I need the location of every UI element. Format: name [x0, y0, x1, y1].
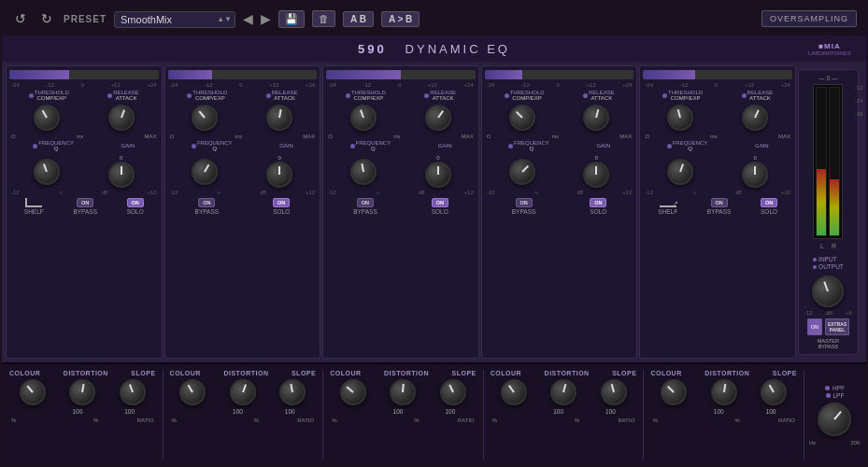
bc2-colour-knob[interactable]	[179, 379, 206, 405]
bottom-channel-3: COLOUR DISTORTION SLOPE 100 100 % % RATI…	[328, 370, 478, 460]
redo-button[interactable]: ↻	[37, 9, 56, 28]
ch4-freq-labels: FREQUENCYQ GAIN	[485, 140, 634, 151]
ch4-bypass-btn[interactable]: ON	[516, 198, 533, 207]
ch1-threshold-knob[interactable]	[34, 105, 60, 131]
ch2-gain-knob[interactable]	[266, 162, 292, 188]
ch5-release-knob[interactable]	[742, 105, 768, 131]
ch1-freq-knob[interactable]	[34, 159, 60, 185]
bc3-labels: COLOUR DISTORTION SLOPE	[328, 370, 478, 376]
ch3-knob-labels: OmsMAX	[326, 134, 476, 139]
bc1-colour-knob[interactable]	[20, 379, 46, 405]
hpf-lpf-knob[interactable]	[818, 403, 851, 436]
ch3-bypass-btn[interactable]: ON	[357, 198, 374, 207]
ch1-solo-btn[interactable]: ON	[127, 198, 144, 207]
bc4-slope-knob[interactable]	[601, 379, 627, 405]
bc2-slope-knob[interactable]	[279, 379, 306, 405]
bc2-distortion-knob[interactable]	[230, 379, 256, 405]
ch2-knobs-top	[168, 105, 318, 131]
ch5-gain-knob[interactable]	[742, 162, 768, 188]
bc3-distortion-knob[interactable]	[390, 379, 416, 405]
delete-button[interactable]: 🗑	[312, 10, 335, 27]
ch1-knobs-bottom: 0	[9, 155, 159, 188]
nav-back-button[interactable]: ◀	[243, 11, 253, 26]
bc3-colour-knob[interactable]	[340, 379, 366, 405]
ch5-bypass-btn[interactable]: ON	[711, 198, 728, 207]
meter-r-label: R	[832, 243, 836, 249]
ch2-solo-btn[interactable]: ON	[273, 198, 290, 207]
ch1-gain-knob[interactable]	[108, 162, 135, 188]
bc4-distortion-knob[interactable]	[550, 379, 576, 405]
mia-logo: ■MIA LABORATORIES	[808, 42, 851, 56]
bc5-distortion-knob[interactable]	[711, 379, 737, 405]
ch5-freq-labels: FREQUENCYQ GAIN	[643, 140, 792, 151]
bc1-slope-knob[interactable]	[120, 379, 146, 405]
bottom-panel: COLOUR DISTORTION SLOPE 100 100 % % RATI…	[2, 362, 866, 465]
ch2-labels: THRESHOLDCOMP/EXP RELEASEATTACK	[168, 90, 318, 101]
ch3-freq-knob[interactable]	[350, 159, 377, 185]
bc1-vals: 100 100	[7, 408, 158, 415]
ch4-freq-knob[interactable]	[509, 159, 535, 185]
bc5-slope-knob[interactable]	[761, 379, 787, 405]
ch1-scale: -24-120+12+24	[9, 82, 159, 88]
bc5-colour-knob[interactable]	[661, 379, 687, 405]
ch2-scale: -24-120+12+24	[168, 82, 318, 88]
main-panel: -24-120+12+24 THRESHOLDCOMP/EXP RELEASEA…	[2, 62, 866, 362]
bc5-knobs	[648, 379, 799, 405]
save-button[interactable]: 💾	[278, 10, 305, 28]
ch5-freq-knob[interactable]	[667, 159, 693, 185]
ch3-gain-knob[interactable]	[425, 162, 451, 188]
ch1-freq-labels: FREQUENCYQ GAIN	[9, 140, 159, 151]
ch2-release-knob[interactable]	[266, 105, 292, 131]
lpf-label: LPF	[833, 392, 845, 399]
ch4-release-knob[interactable]	[583, 105, 609, 131]
ch5-buttons: ↗ SHELF ON BYPASS ON SOLO	[643, 198, 792, 215]
bc4-colour-knob[interactable]	[501, 379, 527, 405]
ch3-threshold-knob[interactable]	[350, 105, 377, 131]
ch1-meter	[9, 70, 159, 79]
channel-1: -24-120+12+24 THRESHOLDCOMP/EXP RELEASEA…	[6, 65, 163, 359]
meter-panel: — 0 — -12 -24 -36 L R	[798, 69, 859, 355]
ab-button[interactable]: A B	[343, 11, 374, 27]
master-output-knob[interactable]	[812, 276, 844, 307]
undo-button[interactable]: ↺	[11, 9, 30, 28]
bottom-channel-5: COLOUR DISTORTION SLOPE 100 100 % % RATI…	[648, 370, 799, 460]
ch2-knob-labels: OmsMAX	[168, 134, 318, 139]
extras-btn[interactable]: EXTRASPANEL	[825, 318, 849, 335]
filter-labels: HPF LPF	[825, 385, 845, 399]
bottom-channel-4: COLOUR DISTORTION SLOPE 100 100 % % RATI…	[489, 370, 639, 460]
ch2-bypass-btn[interactable]: ON	[198, 198, 215, 207]
ch2-threshold-knob[interactable]	[192, 105, 218, 131]
bc5-labels: COLOUR DISTORTION SLOPE	[648, 370, 799, 376]
ch3-knobs-bottom: 0	[326, 155, 476, 188]
bc2-vals: 100 100	[168, 408, 319, 415]
ch5-threshold-knob[interactable]	[667, 105, 693, 131]
ch5-gain-scale: -12∿dB+12	[643, 190, 792, 195]
master-bypass-btn[interactable]: ON	[807, 318, 822, 335]
channel-4: -24-120+12+24 THRESHOLDCOMP/EXP RELEASEA…	[481, 65, 638, 359]
oversampling-button[interactable]: OVERSAMPLING	[761, 10, 857, 27]
ch4-gain-knob[interactable]	[583, 162, 609, 188]
ch5-labels: THRESHOLDCOMP/EXP RELEASEATTACK	[643, 90, 792, 101]
ch3-freq-labels: FREQUENCYQ GAIN	[326, 140, 476, 151]
bc4-vals: 100 100	[489, 408, 639, 415]
ch4-solo-btn[interactable]: ON	[590, 198, 606, 207]
ch2-knobs-bottom: 0	[168, 155, 318, 188]
ch4-threshold-knob[interactable]	[509, 105, 535, 131]
ch1-labels: THRESHOLDCOMP/EXP RELEASEATTACK	[9, 90, 159, 101]
ch1-release-knob[interactable]	[108, 105, 135, 131]
preset-select[interactable]: SmoothMix Tight Bass Vocal Clarity	[114, 11, 235, 28]
nav-forward-button[interactable]: ▶	[261, 11, 271, 26]
ch4-buttons: ON BYPASS ON SOLO	[485, 198, 634, 215]
ch3-release-knob[interactable]	[425, 105, 451, 131]
bc3-slope-knob[interactable]	[440, 379, 466, 405]
ch5-solo-btn[interactable]: ON	[761, 198, 777, 207]
ch2-freq-labels: FREQUENCYQ GAIN	[168, 140, 318, 151]
ch1-bypass-btn[interactable]: ON	[77, 198, 93, 207]
ab-copy-button[interactable]: A > B	[381, 11, 420, 27]
ch2-freq-knob[interactable]	[192, 159, 218, 185]
ch3-solo-btn[interactable]: ON	[432, 198, 448, 207]
io-labels: INPUT OUTPUT	[813, 256, 844, 270]
bc1-distortion-knob[interactable]	[69, 379, 95, 405]
bc3-knobs	[328, 379, 478, 405]
bottom-channel-1: COLOUR DISTORTION SLOPE 100 100 % % RATI…	[7, 370, 158, 460]
